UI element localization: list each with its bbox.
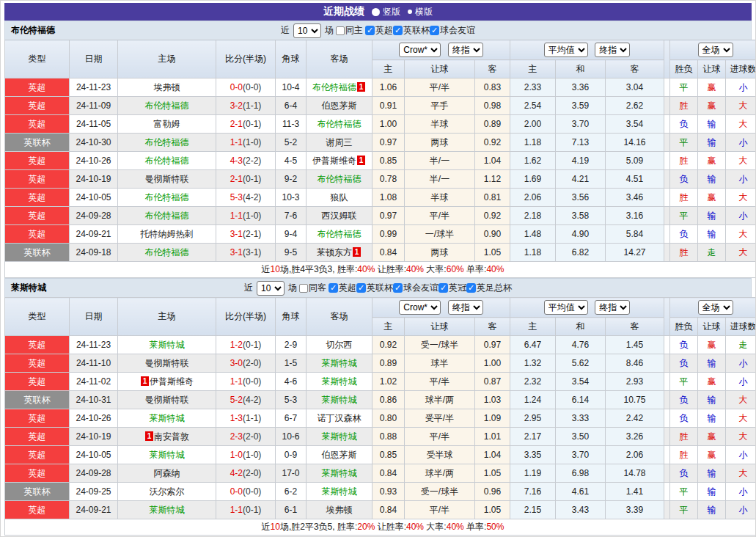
away-team: 埃弗顿 bbox=[307, 501, 373, 519]
same-venue-filter[interactable]: 同客 bbox=[299, 282, 326, 294]
match-date: 24-11-23 bbox=[70, 78, 118, 97]
halftime-score: (0-0) bbox=[243, 82, 261, 92]
team-name: 莱斯特城 bbox=[322, 358, 357, 368]
recent-count-select[interactable]: 10 bbox=[293, 23, 321, 38]
league-label: 英冠 bbox=[449, 282, 466, 294]
col-score: 比分(半场) bbox=[216, 298, 276, 336]
avg-type-select[interactable]: 平均值 bbox=[544, 43, 588, 57]
halftime-score: (4-2) bbox=[243, 395, 261, 405]
league-filter[interactable]: ✓英超 bbox=[365, 24, 393, 37]
corners: 1-5 bbox=[276, 354, 307, 373]
corners: 7-6 bbox=[276, 207, 307, 225]
col-avg-draw: 和 bbox=[556, 60, 606, 78]
halftime-score: (4-2) bbox=[243, 192, 261, 202]
corners: 5-3 bbox=[276, 391, 307, 409]
layout-option-vertical[interactable]: 竖版 bbox=[372, 6, 400, 18]
avg-stage-select[interactable]: 终指 bbox=[595, 300, 630, 315]
team-name: 狼队 bbox=[331, 192, 348, 202]
odds-book-select[interactable]: Crow* bbox=[399, 43, 441, 57]
summary-segment: 40% bbox=[406, 264, 424, 274]
league-label: 英超 bbox=[339, 282, 356, 294]
league-filters: ✓英超✓英联杯✓球会友谊 bbox=[365, 24, 475, 37]
league-checkbox[interactable]: ✓ bbox=[438, 283, 448, 293]
team-name: 沃尔索尔 bbox=[150, 486, 185, 497]
spacer-cell bbox=[664, 464, 670, 483]
league-filter[interactable]: ✓球会友谊 bbox=[430, 24, 475, 37]
avg-type-select[interactable]: 平均值 bbox=[544, 300, 588, 315]
league-filter[interactable]: ✓英冠 bbox=[438, 282, 466, 294]
odds-away: 0.92 bbox=[475, 207, 510, 225]
away-team: 莱斯特城 bbox=[307, 354, 373, 373]
league-filter[interactable]: ✓英联杯 bbox=[393, 24, 430, 37]
avg-away: 1.41 bbox=[606, 483, 664, 501]
recent-count-select[interactable]: 10 bbox=[257, 281, 285, 296]
team-name: 西汉姆联 bbox=[322, 211, 357, 221]
corners: 6-1 bbox=[276, 501, 307, 519]
league-checkbox[interactable]: ✓ bbox=[329, 283, 338, 293]
odds-away: 1.12 bbox=[475, 170, 510, 189]
same-venue-checkbox[interactable] bbox=[336, 26, 345, 35]
red-card-badge: 1 bbox=[145, 431, 153, 441]
halftime-score: (3-1) bbox=[243, 247, 261, 257]
league-filter[interactable]: ✓英足总杯 bbox=[466, 282, 512, 294]
avg-away: 3.16 bbox=[606, 207, 664, 225]
team-name: 莱斯特城 bbox=[322, 431, 357, 442]
league-checkbox[interactable]: ✓ bbox=[393, 26, 403, 35]
result-outcome: 平 bbox=[670, 78, 698, 97]
league-checkbox[interactable]: ✓ bbox=[365, 26, 375, 35]
result-outcome: 平 bbox=[670, 373, 698, 391]
halftime-score: (1-0) bbox=[243, 450, 261, 460]
league-filter[interactable]: ✓英超 bbox=[329, 282, 356, 294]
result-handicap: 赢 bbox=[698, 373, 726, 391]
match-row: 英超24-10-26布伦特福德4-3(2-2)4-5伊普斯维奇10.85半/一1… bbox=[5, 152, 756, 170]
league-badge: 英超 bbox=[5, 97, 70, 115]
odds-handicap: 受一/球半 bbox=[405, 336, 475, 354]
league-badge: 英超 bbox=[5, 115, 70, 134]
league-filter[interactable]: ✓英联杯 bbox=[356, 282, 393, 294]
scope-select[interactable]: 全场 bbox=[698, 43, 733, 57]
league-checkbox[interactable]: ✓ bbox=[393, 283, 403, 293]
col-avg-draw: 和 bbox=[556, 318, 606, 336]
odds-stage-select[interactable]: 终指 bbox=[448, 300, 483, 315]
team-name: 谢周三 bbox=[326, 137, 353, 147]
team-name: 切尔西 bbox=[326, 340, 353, 350]
result-goals: 小 bbox=[726, 134, 756, 152]
home-team: 曼彻斯特联 bbox=[118, 391, 216, 409]
odds-handicap: 一/球半 bbox=[405, 225, 475, 244]
summary-segment: 10 bbox=[271, 264, 280, 274]
home-team: 布伦特福德 bbox=[118, 152, 216, 170]
same-venue-checkbox[interactable] bbox=[299, 284, 308, 293]
title-bar: 近期战绩 竖版 横版 bbox=[4, 3, 752, 21]
league-checkbox[interactable]: ✓ bbox=[356, 283, 366, 293]
score: 4-3(2-2) bbox=[216, 152, 276, 170]
halftime-score: (0-1) bbox=[243, 174, 261, 184]
team-name: 布伦特福德 bbox=[312, 82, 356, 92]
team-section: 布伦特福德 近 10 场 同主 ✓英超✓英联杯✓球会友谊 bbox=[4, 21, 752, 278]
odds-book-select[interactable]: Crow* bbox=[399, 300, 441, 315]
league-checkbox[interactable]: ✓ bbox=[430, 26, 439, 35]
league-badge: 英联杯 bbox=[5, 134, 70, 152]
layout-option-horizontal[interactable]: 横版 bbox=[408, 6, 433, 18]
spacer-cell bbox=[664, 354, 670, 373]
avg-home: 2.33 bbox=[510, 78, 556, 97]
team-filter-bar: 布伦特福德 近 10 场 同主 ✓英超✓英联杯✓球会友谊 bbox=[4, 21, 752, 40]
league-filter[interactable]: ✓球会友谊 bbox=[393, 282, 438, 294]
team-name: 伯恩茅斯 bbox=[322, 450, 357, 460]
col-odds-away: 客 bbox=[475, 318, 510, 336]
odds-stage-select[interactable]: 终指 bbox=[448, 43, 483, 57]
result-outcome: 负 bbox=[670, 115, 698, 134]
radio-unselected-icon[interactable] bbox=[408, 10, 412, 14]
home-team: 莱斯特城 bbox=[118, 409, 216, 428]
corners: 17-0 bbox=[276, 464, 307, 483]
odds-handicap: 两球 bbox=[405, 244, 475, 262]
radio-selected-icon[interactable] bbox=[372, 8, 380, 16]
scope-select[interactable]: 全场 bbox=[698, 300, 733, 315]
summary-segment: 场,胜4平3负3, 胜率: bbox=[280, 264, 357, 274]
match-date: 24-11-02 bbox=[70, 373, 118, 391]
same-venue-filter[interactable]: 同主 bbox=[336, 24, 363, 37]
league-checkbox[interactable]: ✓ bbox=[466, 283, 476, 293]
avg-stage-select[interactable]: 终指 bbox=[595, 43, 630, 57]
result-handicap: 输 bbox=[698, 354, 726, 373]
fulltime-score: 2-3 bbox=[230, 431, 243, 442]
team-name: 布伦特福德 bbox=[145, 192, 189, 202]
